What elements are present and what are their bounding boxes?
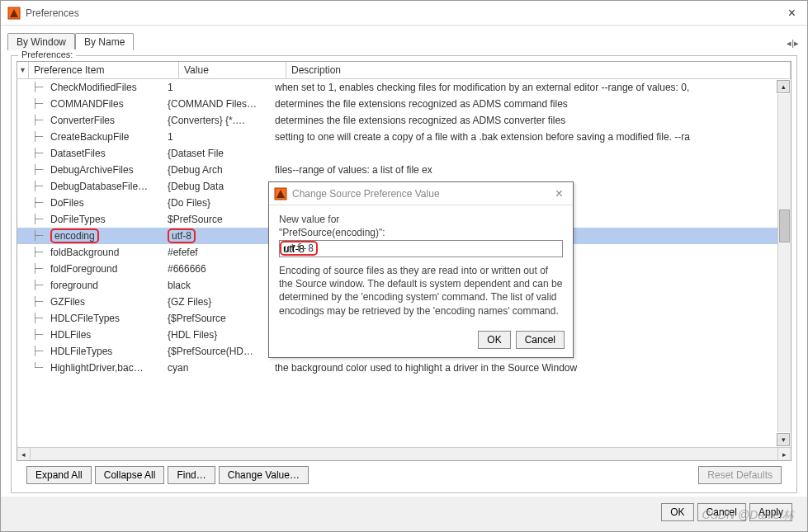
dialog-label-line2: "PrefSource(encoding)":	[279, 227, 563, 238]
tree-branch-icon: ├─	[17, 244, 50, 261]
pref-item-name: foreground	[50, 277, 168, 294]
pref-item-name: HDLFiles	[50, 327, 168, 343]
cancel-button[interactable]: Cancel	[697, 503, 746, 521]
pref-item-name: CheckModifiedFiles	[50, 79, 168, 96]
action-button-row: Expand All Collapse All Find… Change Val…	[17, 461, 791, 487]
dialog-title: Change Source Preference Value	[292, 188, 550, 200]
tree-branch-icon: └─	[17, 360, 50, 376]
pref-item-value: black	[168, 277, 275, 294]
horizontal-scrollbar[interactable]: ◂ ▸	[17, 447, 791, 460]
column-header-item[interactable]: Preference Item	[29, 62, 179, 78]
collapse-all-button[interactable]: Collapse All	[95, 466, 165, 484]
pref-item-value: {Debug Arch	[168, 162, 275, 178]
table-row[interactable]: ├─CheckModifiedFiles1when set to 1, enab…	[17, 79, 791, 96]
table-row[interactable]: ├─DebugArchiveFiles{Debug Arch files--ra…	[17, 162, 791, 178]
scroll-down-icon[interactable]: ▾	[777, 433, 790, 446]
pref-item-name: DoFiles	[50, 195, 168, 211]
tree-branch-icon: ├─	[17, 195, 50, 211]
titlebar: Preferences ×	[1, 1, 807, 26]
close-icon[interactable]: ×	[550, 186, 568, 201]
pref-item-value: #666666	[168, 261, 275, 277]
tree-branch-icon: ├─	[17, 294, 50, 310]
fieldset-label: Preferences:	[18, 49, 76, 59]
dialog-description: Encoding of source files as they are rea…	[279, 264, 563, 318]
expand-all-button[interactable]: Expand All	[26, 466, 92, 484]
tab-nav-arrows[interactable]: ◂|▸	[787, 38, 799, 49]
close-icon[interactable]: ×	[783, 6, 801, 21]
reset-defaults-button[interactable]: Reset Defaults	[698, 466, 782, 484]
pref-item-value: {$PrefSource(HD…	[168, 343, 275, 360]
pref-item-description: determines the file extensions recognize…	[275, 96, 791, 112]
pref-item-description: determines the file extensions recognize…	[275, 112, 791, 129]
dialog-cancel-button[interactable]: Cancel	[516, 331, 565, 349]
tree-expand-toggle[interactable]: ▼	[17, 62, 29, 78]
pref-item-value: cyan	[168, 360, 275, 376]
tree-branch-icon: ├─	[17, 79, 50, 96]
tree-branch-icon: ├─	[17, 277, 50, 294]
find-button[interactable]: Find…	[168, 466, 215, 484]
pref-item-name: DatasetFiles	[50, 145, 168, 162]
table-row[interactable]: ├─COMMANDFiles{COMMAND Files…determines …	[17, 96, 791, 112]
tree-branch-icon: ├─	[17, 178, 50, 195]
hscroll-left-icon[interactable]: ◂	[17, 448, 31, 460]
hscroll-right-icon[interactable]: ▸	[777, 448, 791, 460]
pref-item-name: HDLCFileTypes	[50, 310, 168, 327]
change-value-dialog: Change Source Preference Value × New val…	[268, 181, 574, 358]
new-value-input[interactable]	[279, 240, 563, 257]
column-header-value[interactable]: Value	[179, 62, 286, 78]
tree-branch-icon: ├─	[17, 96, 50, 112]
dialog-body: New value for "PrefSource(encoding)": ut…	[269, 205, 573, 326]
tree-branch-icon: ├─	[17, 112, 50, 129]
dialog-label-line1: New value for	[279, 214, 563, 225]
tabbar: By Window By Name ◂|▸	[1, 26, 807, 50]
scroll-up-icon[interactable]: ▴	[777, 80, 790, 93]
tree-branch-icon: ├─	[17, 327, 50, 343]
tab-by-window[interactable]: By Window	[7, 33, 75, 50]
pref-item-value: {COMMAND Files…	[168, 96, 275, 112]
tab-by-name[interactable]: By Name	[75, 33, 134, 50]
bottom-button-bar: OK Cancel Apply CSDN @Daniel林	[1, 497, 807, 531]
tree-branch-icon: ├─	[17, 129, 50, 145]
tree-branch-icon: ├─	[17, 211, 50, 228]
pref-item-description	[275, 145, 791, 162]
pref-item-description: the background color used to highlight a…	[275, 360, 791, 376]
table-row[interactable]: ├─ConverterFiles{Converters} {*.…determi…	[17, 112, 791, 129]
tree-header: ▼ Preference Item Value Description	[17, 62, 791, 79]
table-row[interactable]: └─HighlightDriver,bac…cyanthe background…	[17, 360, 791, 376]
table-row[interactable]: ├─CreateBackupFile1setting to one will c…	[17, 129, 791, 145]
app-icon	[274, 187, 287, 200]
pref-item-name: HighlightDriver,bac…	[50, 360, 168, 376]
pref-item-value: {$PrefSource	[168, 310, 275, 327]
pref-item-name: CreateBackupFile	[50, 129, 168, 145]
tree-branch-icon: ├─	[17, 145, 50, 162]
pref-item-value: {Debug Data	[168, 178, 275, 195]
pref-item-value: 1	[168, 79, 275, 96]
pref-item-name: foldBackground	[50, 244, 168, 261]
pref-item-value: {Dataset File	[168, 145, 275, 162]
tree-branch-icon: ├─	[17, 228, 50, 244]
dialog-ok-button[interactable]: OK	[478, 331, 510, 349]
column-header-description[interactable]: Description	[286, 62, 791, 78]
table-row[interactable]: ├─DatasetFiles{Dataset File	[17, 145, 791, 162]
tree-branch-icon: ├─	[17, 261, 50, 277]
tree-branch-icon: ├─	[17, 162, 50, 178]
pref-item-value: {Do Files}	[168, 195, 275, 211]
ok-button[interactable]: OK	[661, 503, 693, 521]
pref-item-description: setting to one will create a copy of a f…	[275, 129, 791, 145]
pref-item-name: ConverterFiles	[50, 112, 168, 129]
apply-button[interactable]: Apply	[749, 503, 792, 521]
pref-item-value: 1	[168, 129, 275, 145]
pref-item-name: DebugArchiveFiles	[50, 162, 168, 178]
pref-item-name: GZFiles	[50, 294, 168, 310]
vertical-scrollbar[interactable]	[777, 94, 791, 432]
pref-item-value: {GZ Files}	[168, 294, 275, 310]
change-value-button[interactable]: Change Value…	[219, 466, 309, 484]
tree-branch-icon: ├─	[17, 343, 50, 360]
scrollbar-thumb[interactable]	[779, 210, 790, 242]
pref-item-name: DebugDatabaseFile…	[50, 178, 168, 195]
pref-item-value: {Converters} {*.…	[168, 112, 275, 129]
pref-item-name: HDLFileTypes	[50, 343, 168, 360]
pref-item-value: #efefef	[168, 244, 275, 261]
pref-item-name: foldForeground	[50, 261, 168, 277]
pref-item-value: utf-8	[168, 228, 275, 244]
